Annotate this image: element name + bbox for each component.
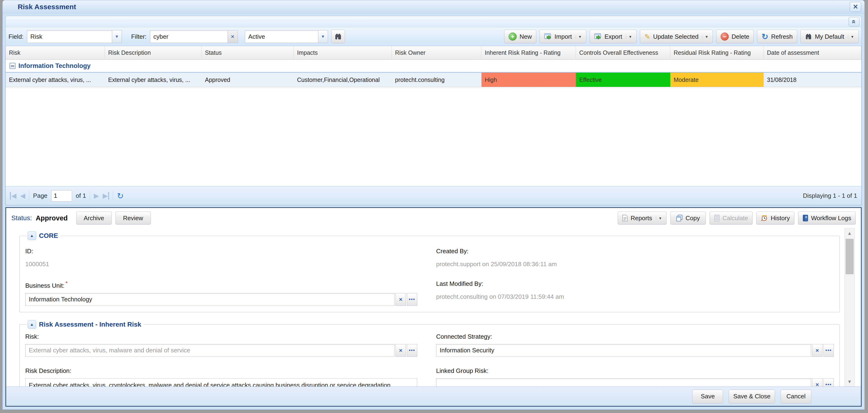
new-button-label: New [520, 33, 532, 40]
table-row[interactable]: External cyber attacks, virus, ... Exter… [6, 72, 861, 87]
column-header-residual-rating[interactable]: Residual Risk Rating - Rating [670, 46, 764, 60]
cell-date-of-assessment: 31/08/2018 [764, 73, 861, 87]
import-button[interactable]: Import ▼ [539, 30, 586, 43]
risk-field[interactable] [25, 344, 395, 357]
calculate-button-label: Calculate [722, 215, 748, 222]
risk-assessment-window: Risk Assessment ✕ « Field: Risk ▼ Filter… [2, 0, 865, 410]
workflow-logs-button[interactable]: Workflow Logs [798, 212, 856, 225]
chevron-down-icon[interactable]: ▼ [576, 35, 582, 39]
group-row-information-technology[interactable]: Information Technology [6, 60, 861, 72]
residual-rating-badge: Moderate [670, 73, 764, 87]
collapse-section-icon[interactable]: ▲ [28, 231, 36, 240]
clear-filter-icon[interactable]: × [228, 30, 238, 43]
calculate-button[interactable]: Calculate [710, 212, 752, 225]
update-selected-button[interactable]: ✎ Update Selected ▼ [640, 30, 713, 43]
pager-separator [90, 191, 90, 200]
cancel-button[interactable]: Cancel [781, 390, 811, 403]
last-modified-label: Last Modified By: [436, 280, 834, 287]
status-value: Approved [36, 214, 67, 222]
reports-button[interactable]: Reports ▼ [618, 212, 666, 225]
field-combo-value: Risk [27, 30, 112, 43]
collapse-strip: « [6, 16, 861, 27]
last-page-icon[interactable]: ▶ [103, 192, 109, 200]
clear-field-icon[interactable]: × [812, 344, 823, 357]
binoculars-icon [805, 33, 812, 40]
linked-group-risk-field[interactable] [436, 378, 811, 387]
scroll-down-icon[interactable]: ▼ [847, 377, 852, 386]
grid-toolbar: Field: Risk ▼ Filter: × Active ▼ [6, 27, 861, 46]
window-body: « Field: Risk ▼ Filter: × Active ▼ [3, 13, 864, 409]
cell-impacts: Customer,Financial,Operational [294, 73, 392, 87]
new-button[interactable]: + New [504, 30, 536, 43]
inherent-risk-legend: ▲ Risk Assessment - Inherent Risk [27, 320, 144, 329]
chevron-down-icon[interactable]: ▼ [656, 216, 662, 220]
detail-status-row: Status: Approved Archive Review Reports … [6, 208, 861, 228]
save-and-close-button[interactable]: Save & Close [729, 390, 775, 403]
close-icon[interactable]: ✕ [850, 2, 861, 12]
plus-icon: + [508, 33, 517, 40]
last-modified-value: protecht.consulting on 07/03/2019 11:59:… [436, 293, 834, 300]
refresh-button[interactable]: ↻ Refresh [757, 30, 797, 43]
collapse-group-icon[interactable] [9, 63, 16, 69]
column-header-inherent-rating[interactable]: Inherent Risk Rating - Rating [482, 46, 576, 60]
export-button[interactable]: Export ▼ [590, 30, 637, 43]
risk-description-field[interactable]: External cyber attacks, virus, cryptoloc… [25, 378, 417, 387]
export-icon [594, 33, 602, 40]
scrollbar-thumb[interactable] [845, 239, 854, 274]
search-button[interactable] [331, 30, 345, 43]
next-page-icon[interactable]: ▶ [94, 192, 99, 200]
column-header-risk-owner[interactable]: Risk Owner [392, 46, 482, 60]
filter-input[interactable] [150, 30, 228, 43]
column-header-date-of-assessment[interactable]: Date of assessment [764, 46, 861, 60]
linked-group-risk-label: Linked Group Risk: [436, 367, 834, 375]
first-page-icon[interactable]: ◀ [10, 192, 17, 200]
connected-strategy-field[interactable] [436, 344, 811, 357]
clear-field-icon[interactable]: × [812, 378, 823, 387]
lookup-ellipsis-icon[interactable]: ••• [407, 293, 417, 306]
column-header-risk[interactable]: Risk [6, 46, 105, 60]
column-header-risk-description[interactable]: Risk Description [105, 46, 202, 60]
chevron-down-icon[interactable]: ▼ [112, 30, 122, 43]
workflow-logs-label: Workflow Logs [811, 215, 851, 222]
business-unit-field[interactable] [25, 293, 395, 306]
review-button[interactable]: Review [116, 212, 151, 225]
lookup-ellipsis-icon[interactable]: ••• [824, 344, 834, 357]
page-number-input[interactable] [51, 190, 72, 201]
state-combo[interactable]: Active ▼ [245, 30, 328, 43]
delete-button[interactable]: − Delete [716, 30, 754, 43]
copy-icon [676, 215, 683, 222]
lookup-ellipsis-icon[interactable]: ••• [407, 344, 417, 357]
chevron-down-icon[interactable]: ▼ [626, 35, 632, 39]
refresh-grid-icon[interactable]: ↻ [117, 191, 124, 200]
column-header-status[interactable]: Status [202, 46, 294, 60]
column-header-controls-effectiveness[interactable]: Controls Overall Effectiveness [576, 46, 670, 60]
clear-field-icon[interactable]: × [396, 344, 406, 357]
clear-field-icon[interactable]: × [396, 293, 406, 306]
my-default-button[interactable]: My Default ▼ [801, 30, 859, 43]
archive-button[interactable]: Archive [76, 212, 112, 225]
form-scrollbar[interactable]: ▲ ▼ [844, 228, 855, 387]
collapse-section-icon[interactable]: ▲ [28, 320, 36, 329]
filter-field-wrap: × [150, 30, 238, 43]
scroll-up-icon[interactable]: ▲ [847, 228, 852, 238]
save-button[interactable]: Save [692, 390, 723, 403]
risk-description-label: Risk Description: [25, 367, 417, 375]
core-left-column: ID: 1000051 Business Unit:* × ••• [25, 242, 417, 306]
chevron-down-icon[interactable]: ▼ [848, 35, 854, 39]
my-default-label: My Default [815, 33, 844, 40]
history-button[interactable]: History [756, 212, 794, 225]
chevron-down-icon[interactable]: ▼ [318, 30, 328, 43]
column-header-impacts[interactable]: Impacts [294, 46, 392, 60]
refresh-icon: ↻ [762, 33, 768, 40]
id-label: ID: [25, 248, 417, 255]
page-label: Page [33, 192, 48, 199]
chevron-down-icon[interactable]: ▼ [702, 35, 708, 39]
lookup-ellipsis-icon[interactable]: ••• [824, 378, 834, 387]
field-combo[interactable]: Risk ▼ [27, 30, 122, 43]
copy-button[interactable]: Copy [670, 212, 706, 225]
inherent-rating-badge: High [482, 73, 576, 87]
prev-page-icon[interactable]: ◀ [20, 192, 26, 200]
field-label: Field: [8, 33, 24, 40]
collapse-panel-button[interactable]: « [849, 17, 860, 26]
cell-risk-description: External cyber attacks, virus, ... [105, 73, 202, 87]
